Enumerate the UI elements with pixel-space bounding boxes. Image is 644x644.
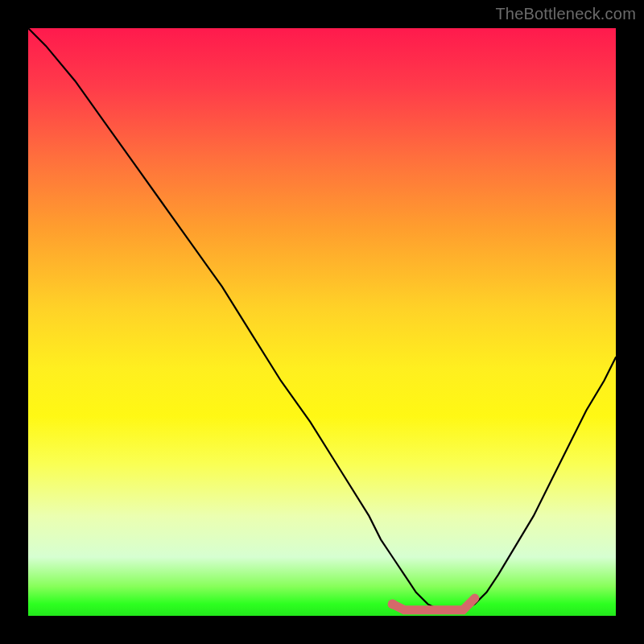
- chart-stage: TheBottleneck.com: [0, 0, 644, 644]
- optimal-range-highlight: [393, 598, 475, 610]
- optimal-range-start-dot: [388, 599, 398, 609]
- plot-area: [28, 28, 616, 616]
- bottleneck-curve: [28, 28, 616, 610]
- watermark-text: TheBottleneck.com: [495, 5, 636, 23]
- chart-svg: [28, 28, 616, 616]
